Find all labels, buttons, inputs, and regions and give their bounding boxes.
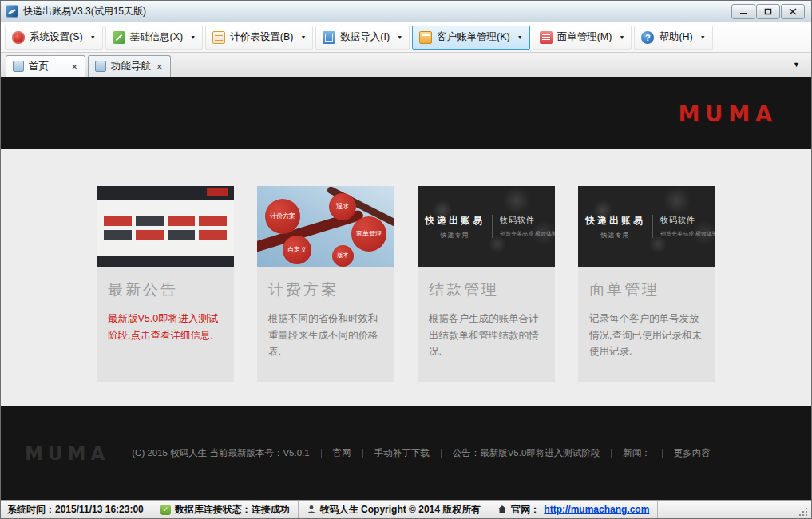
menu-label: 系统设置(S): [30, 30, 83, 44]
chevron-down-icon: ▼: [517, 34, 523, 40]
menu-label: 基础信息(X): [130, 30, 184, 44]
brand-name: 快递出账易: [425, 214, 485, 228]
chevron-down-icon: ▼: [700, 34, 706, 40]
card-body: 计费方案 根据不同的省份和时效和重量段来生成不同的价格表.: [257, 267, 394, 382]
brand-sub: 快递专用: [425, 231, 485, 240]
menu-label: 客户账单管理(K): [437, 30, 510, 44]
page-icon: [13, 61, 24, 72]
menu-label: 帮助(H): [659, 30, 692, 44]
billing-icon: [419, 31, 432, 44]
card-text: 根据客户生成的账单合计出结款单和管理结款的情况.: [429, 311, 544, 360]
card-title: 最新公告: [108, 279, 223, 300]
home-icon: [497, 505, 507, 514]
menu-waybill[interactable]: 面单管理(M) ▼: [533, 26, 632, 50]
tab-close-icon[interactable]: ×: [156, 61, 164, 72]
divider: [362, 449, 363, 458]
muma-logo: MUMA: [678, 101, 778, 126]
feature-cards: 最新公告 最新版V5.0即将进入测试阶段,点击查看详细信息. 计价方案 退水 自…: [1, 149, 811, 406]
statusbar: 系统时间：2015/11/13 16:23:00 ✓ 数据库连接状态：连接成功 …: [1, 500, 811, 518]
tab-close-icon[interactable]: ×: [70, 61, 78, 72]
badge: 面单管理: [351, 216, 386, 252]
menu-label: 数据导入(I): [340, 30, 390, 44]
website-label: 官网：: [511, 503, 540, 517]
minimize-button[interactable]: [731, 4, 755, 19]
card-title: 计费方案: [268, 279, 383, 300]
card-pricing[interactable]: 计价方案 退水 自定义 面单管理 版本 计费方案 根据不同的省份和时效和重量段来…: [257, 186, 394, 382]
banner-top: MUMA: [1, 77, 811, 149]
badge: 计价方案: [265, 199, 300, 234]
footer-copyright: (C) 2015 牧码人生 当前最新版本号：V5.0.1: [132, 447, 309, 459]
footer-link-patch-download[interactable]: 手动补丁下载: [374, 447, 430, 459]
muma-footer-logo: MUMA: [25, 443, 109, 464]
footer-announcement[interactable]: 公告：最新版V5.0即将进入测试阶段: [453, 447, 600, 459]
status-website: 官网： http://mumachang.com: [489, 501, 658, 518]
card-body: 面单管理 记录每个客户的单号发放情况,查询已使用记录和未使用记录.: [578, 267, 715, 382]
tab-label: 功能导航: [111, 60, 151, 73]
menu-label: 计价表设置(B): [230, 30, 293, 44]
menubar: 系统设置(S) ▼ 基础信息(X) ▼ 计价表设置(B) ▼ 数据导入(I) ▼…: [1, 22, 811, 53]
thumb-footer: [97, 256, 234, 267]
card-body: 结款管理 根据客户生成的账单合计出结款单和管理结款的情况.: [418, 267, 555, 382]
settings-icon: [12, 31, 25, 44]
person-icon: [307, 505, 316, 514]
card-waybill[interactable]: 快递出账易 快递专用 牧码软件 创造完美品质 极致体验 面单管理 记录每个客户的…: [578, 186, 715, 382]
badge: 自定义: [283, 236, 311, 264]
brand-slogan: 创造完美品质 极致体验: [660, 230, 715, 238]
footer-more[interactable]: 更多内容: [674, 447, 711, 459]
announcement-link-text[interactable]: 最新版V5.0即将进入测试阶段,点击查看详细信息.: [108, 311, 223, 343]
brand-company: 牧码软件: [660, 215, 715, 226]
tab-label: 首页: [29, 60, 49, 73]
tab-list-arrow-icon[interactable]: ▼: [786, 61, 806, 72]
thumb-header: [97, 186, 234, 200]
close-button[interactable]: [781, 4, 805, 19]
card-settlement[interactable]: 快递出账易 快递专用 牧码软件 创造完美品质 极致体验 结款管理 根据客户生成的…: [418, 186, 555, 382]
card-text: 根据不同的省份和时效和重量段来生成不同的价格表.: [268, 311, 383, 360]
footer-news[interactable]: 新闻：: [623, 447, 651, 459]
menu-system-settings[interactable]: 系统设置(S) ▼: [5, 26, 103, 50]
window-controls: [731, 4, 805, 19]
card-text: 记录每个客户的单号发放情况,查询已使用记录和未使用记录.: [589, 311, 704, 360]
window-title: 快递出账易V3.3(试用15天版): [23, 5, 731, 18]
menu-customer-billing[interactable]: 客户账单管理(K) ▼: [412, 26, 530, 50]
pricing-thumbnail: 计价方案 退水 自定义 面单管理 版本: [257, 186, 394, 267]
tab-home[interactable]: 首页 ×: [6, 55, 85, 77]
resize-grip[interactable]: [798, 506, 808, 517]
card-title: 面单管理: [589, 279, 704, 300]
menu-label: 面单管理(M): [557, 30, 612, 44]
app-window: 快递出账易V3.3(试用15天版) 系统设置(S) ▼ 基础信息(X) ▼ 计价…: [0, 0, 812, 519]
chevron-down-icon: ▼: [397, 34, 402, 40]
menu-basic-info[interactable]: 基础信息(X) ▼: [105, 26, 204, 50]
import-icon: [323, 31, 335, 44]
footer-link-website[interactable]: 官网: [333, 447, 351, 459]
status-system-time: 系统时间：2015/11/13 16:23:00: [2, 501, 152, 518]
banner-footer: MUMA (C) 2015 牧码人生 当前最新版本号：V5.0.1 官网 手动补…: [1, 406, 811, 500]
titlebar: 快递出账易V3.3(试用15天版): [1, 1, 811, 22]
brand-slogan: 创造完美品质 极致体验: [500, 230, 555, 238]
badge: 退水: [329, 193, 356, 220]
card-body: 最新公告 最新版V5.0即将进入测试阶段,点击查看详细信息.: [97, 267, 234, 382]
badge: 版本: [332, 245, 354, 267]
brand-name: 快递出账易: [585, 214, 645, 228]
chevron-down-icon: ▼: [300, 34, 306, 40]
maximize-button[interactable]: [756, 4, 780, 19]
menu-help[interactable]: ? 帮助(H) ▼: [634, 26, 712, 50]
brand-sub: 快递专用: [585, 231, 645, 240]
divider: [441, 449, 442, 458]
website-link[interactable]: http://mumachang.com: [544, 504, 649, 515]
page-icon: [95, 61, 106, 72]
menu-data-import[interactable]: 数据导入(I) ▼: [315, 26, 410, 50]
status-copyright: 牧码人生 Copyright © 2014 版权所有: [299, 501, 490, 518]
menu-price-table[interactable]: 计价表设置(B) ▼: [205, 26, 313, 50]
help-icon: ?: [641, 31, 654, 44]
statusbar-filler: [658, 501, 810, 518]
copyright-text: 牧码人生 Copyright © 2014 版权所有: [320, 503, 481, 517]
status-db-connection: ✓ 数据库连接状态：连接成功: [152, 501, 299, 518]
tab-function-nav[interactable]: 功能导航 ×: [88, 55, 171, 77]
card-announcements[interactable]: 最新公告 最新版V5.0即将进入测试阶段,点击查看详细信息.: [97, 186, 234, 382]
edit-icon: [113, 31, 125, 44]
card-title: 结款管理: [429, 279, 544, 300]
db-status-text: 数据库连接状态：连接成功: [175, 503, 290, 517]
chevron-down-icon: ▼: [619, 34, 624, 40]
system-time-text: 系统时间：2015/11/13 16:23:00: [7, 503, 144, 517]
brand-thumbnail: 快递出账易 快递专用 牧码软件 创造完美品质 极致体验: [418, 186, 555, 267]
